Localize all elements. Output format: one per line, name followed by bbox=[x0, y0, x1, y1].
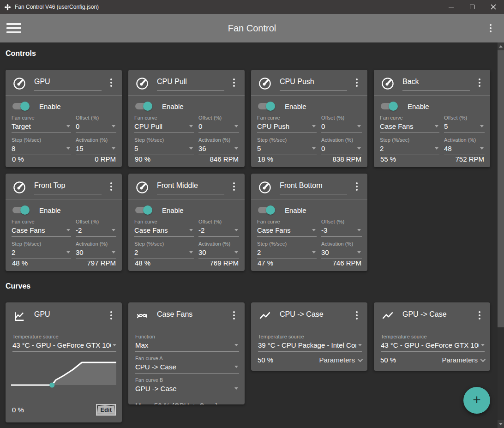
step-value: 2 bbox=[380, 145, 433, 152]
dropdown-arrow-icon bbox=[234, 387, 238, 390]
card-menu-button[interactable] bbox=[474, 77, 485, 88]
enable-toggle[interactable] bbox=[135, 205, 151, 215]
fan-logo-icon bbox=[4, 4, 11, 11]
step-select[interactable]: Step (%/sec)8 bbox=[12, 137, 71, 155]
appbar-overflow-menu-button[interactable] bbox=[486, 23, 496, 34]
vertical-scrollbar[interactable] bbox=[498, 42, 504, 428]
temperature-source-value: 43 °C - GPU - GeForce GTX 1060 6GB bbox=[12, 341, 111, 349]
card-menu-button[interactable] bbox=[352, 181, 362, 192]
scrollbar-thumb[interactable] bbox=[498, 50, 504, 327]
temperature-source-select[interactable]: Temperature source 43 °C - GPU - GeForce… bbox=[381, 334, 485, 352]
speedometer-icon bbox=[381, 77, 395, 90]
fan-curve-select[interactable]: Fan curveCase Fans bbox=[257, 219, 317, 237]
dropdown-arrow-icon bbox=[66, 125, 70, 127]
temperature-source-select[interactable]: Temperature source 43 °C - GPU - GeForce… bbox=[12, 334, 116, 352]
control-percent: 55 % bbox=[380, 155, 396, 163]
activation-value: 30 bbox=[198, 248, 233, 256]
dots-vertical-icon bbox=[110, 182, 112, 184]
fan-curve-value: Case Fans bbox=[134, 226, 187, 234]
offset-select[interactable]: Offset (%)-2 bbox=[198, 219, 239, 237]
dropdown-arrow-icon bbox=[312, 125, 316, 127]
function-select[interactable]: Function Max bbox=[135, 334, 239, 352]
fan-curve-select[interactable]: Fan curveCase Fans bbox=[380, 115, 439, 133]
arrow-up-icon bbox=[499, 45, 503, 48]
enable-toggle[interactable] bbox=[381, 102, 396, 111]
curve-name: Case Fans bbox=[157, 310, 192, 318]
dots-vertical-icon bbox=[233, 182, 235, 184]
offset-select[interactable]: Offset (%)0 bbox=[198, 115, 239, 133]
maximize-button[interactable] bbox=[462, 0, 483, 14]
function-label: Function bbox=[135, 334, 239, 339]
step-select[interactable]: Step (%/sec)2 bbox=[134, 241, 194, 259]
parameters-expander[interactable]: Parameters bbox=[319, 356, 361, 364]
close-button[interactable] bbox=[483, 0, 504, 14]
dropdown-arrow-icon bbox=[112, 251, 115, 253]
activation-select[interactable]: Activation (%)15 bbox=[76, 137, 116, 155]
edit-button[interactable]: Edit bbox=[96, 404, 116, 416]
control-rpm: 752 RPM bbox=[455, 155, 484, 163]
control-name: GPU bbox=[34, 78, 50, 85]
card-menu-button[interactable] bbox=[106, 77, 116, 88]
menu-button[interactable] bbox=[6, 23, 21, 33]
card-menu-button[interactable] bbox=[106, 310, 116, 321]
fan-curve-select[interactable]: Fan curveCase Fans bbox=[134, 219, 194, 237]
enable-toggle[interactable] bbox=[135, 102, 151, 111]
step-select[interactable]: Step (%/sec)2 bbox=[12, 241, 71, 259]
offset-select[interactable]: Offset (%)0 bbox=[76, 115, 116, 133]
offset-select[interactable]: Offset (%)0 bbox=[321, 115, 362, 133]
chart-line-icon bbox=[12, 309, 26, 323]
activation-select[interactable]: Activation (%)30 bbox=[198, 241, 239, 259]
fan-curve-chart[interactable] bbox=[11, 358, 116, 389]
activation-select[interactable]: Activation (%)36 bbox=[198, 137, 239, 155]
enable-toggle[interactable] bbox=[12, 102, 28, 111]
card-menu-button[interactable] bbox=[229, 77, 239, 88]
step-select[interactable]: Step (%/sec)2 bbox=[380, 137, 439, 155]
activation-select[interactable]: Activation (%)48 bbox=[444, 137, 485, 155]
curve-card-gpu-case: GPU -> Case Temperature source 43 °C - G… bbox=[374, 302, 490, 371]
fan-curve-select[interactable]: Fan curveCase Fans bbox=[12, 219, 71, 237]
curve-name: CPU -> Case bbox=[280, 310, 324, 318]
activation-value: 30 bbox=[76, 248, 110, 256]
activation-select[interactable]: Activation (%)0 bbox=[321, 137, 362, 155]
fan-curve-a-label: Fan curve A bbox=[135, 356, 239, 361]
control-card-gpu: GPU Enable Fan curveTarget Offset (%)0 S… bbox=[6, 70, 122, 167]
step-select[interactable]: Step (%/sec)5 bbox=[257, 137, 317, 155]
card-menu-button[interactable] bbox=[474, 310, 485, 321]
card-menu-button[interactable] bbox=[352, 77, 362, 88]
scroll-down-button[interactable] bbox=[498, 420, 504, 428]
fan-curve-select[interactable]: Fan curveCPU Pull bbox=[134, 115, 194, 133]
temperature-source-select[interactable]: Temperature source 39 °C - CPU Package -… bbox=[258, 334, 362, 352]
temperature-source-value: 39 °C - CPU Package - Intel Core i5-9 bbox=[258, 341, 356, 349]
offset-label: Offset (%) bbox=[76, 115, 116, 121]
activation-select[interactable]: Activation (%)30 bbox=[76, 241, 116, 259]
speedometer-icon bbox=[135, 181, 149, 194]
offset-value: 0 bbox=[321, 122, 355, 130]
offset-select[interactable]: Offset (%)-3 bbox=[321, 219, 362, 237]
card-menu-button[interactable] bbox=[352, 310, 362, 321]
enable-toggle[interactable] bbox=[12, 205, 28, 215]
parameters-expander[interactable]: Parameters bbox=[442, 356, 484, 364]
fan-curve-b-select[interactable]: Fan curve B GPU -> Case bbox=[135, 377, 239, 395]
step-select[interactable]: Step (%/sec)5 bbox=[134, 137, 194, 155]
plus-icon: + bbox=[473, 392, 481, 408]
step-select[interactable]: Step (%/sec)2 bbox=[257, 241, 317, 259]
enable-label: Enable bbox=[285, 206, 306, 214]
card-menu-button[interactable] bbox=[229, 181, 239, 192]
step-value: 5 bbox=[257, 145, 310, 152]
fan-curve-select[interactable]: Fan curveTarget bbox=[12, 115, 71, 133]
scroll-up-button[interactable] bbox=[498, 42, 504, 50]
offset-select[interactable]: Offset (%)-2 bbox=[76, 219, 116, 237]
activation-select[interactable]: Activation (%)30 bbox=[321, 241, 362, 259]
card-menu-button[interactable] bbox=[106, 181, 116, 192]
card-menu-button[interactable] bbox=[229, 310, 239, 321]
control-percent: 18 % bbox=[258, 155, 273, 163]
enable-toggle[interactable] bbox=[258, 102, 274, 111]
dropdown-arrow-icon bbox=[112, 229, 115, 231]
enable-toggle[interactable] bbox=[258, 205, 274, 215]
add-button[interactable]: + bbox=[463, 387, 490, 414]
fan-curve-a-select[interactable]: Fan curve A CPU -> Case bbox=[135, 356, 239, 374]
minimize-button[interactable] bbox=[440, 0, 462, 14]
temperature-source-value: 43 °C - GPU - GeForce GTX 1060 6GB bbox=[381, 341, 479, 349]
fan-curve-select[interactable]: Fan curveCPU Push bbox=[257, 115, 317, 133]
offset-select[interactable]: Offset (%)5 bbox=[444, 115, 485, 133]
